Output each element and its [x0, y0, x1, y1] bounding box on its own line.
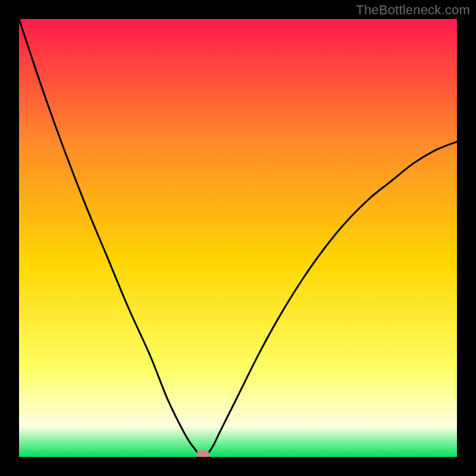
chart-frame: TheBottleneck.com — [0, 0, 476, 476]
gradient-background — [19, 19, 457, 457]
watermark-text: TheBottleneck.com — [356, 2, 470, 18]
optimum-marker — [196, 450, 209, 458]
plot-area — [19, 19, 457, 457]
plot-svg — [19, 19, 457, 457]
